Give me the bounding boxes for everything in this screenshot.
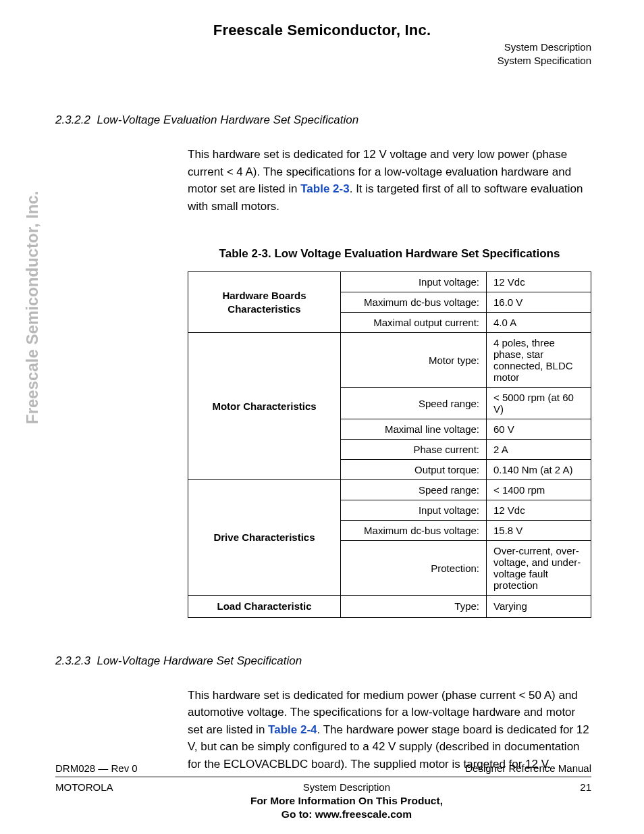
table-param: Speed range: xyxy=(341,388,487,419)
header-subsection: System Specification xyxy=(498,54,591,68)
table-value: 15.8 V xyxy=(487,521,591,541)
footer-more-line1: For More Information On This Product, xyxy=(113,794,581,807)
xref-table-2-3[interactable]: Table 2-3 xyxy=(300,182,349,195)
table-value: < 1400 rpm xyxy=(487,480,591,500)
table-value: 4 poles, three phase, star connected, BL… xyxy=(487,333,591,388)
page-header-right: System Description System Specification xyxy=(498,41,591,68)
table-value: Varying xyxy=(487,596,591,618)
table-value: 12 Vdc xyxy=(487,500,591,521)
side-watermark: Freescale Semiconductor, Inc. xyxy=(23,191,42,424)
footer-docrev: DRM028 — Rev 0 xyxy=(55,762,138,774)
table-param: Maximum dc-bus voltage: xyxy=(341,521,487,541)
table-value: 4.0 A xyxy=(487,313,591,333)
table-value: 12 Vdc xyxy=(487,272,591,292)
table-param: Maximum dc-bus voltage: xyxy=(341,292,487,313)
table-value: < 5000 rpm (at 60 V) xyxy=(487,388,591,419)
subsection-title: Low-Voltage Hardware Set Specification xyxy=(97,654,302,667)
table-2-3: Hardware Boards CharacteristicsInput vol… xyxy=(188,271,591,618)
table-value: 60 V xyxy=(487,419,591,440)
header-section: System Description xyxy=(498,41,591,54)
page-footer: DRM028 — Rev 0 Designer Reference Manual… xyxy=(55,762,591,820)
table-group-label: Drive Characteristics xyxy=(188,480,341,596)
footer-section: System Description xyxy=(113,781,581,793)
subsection-number: 2.3.2.2 xyxy=(55,113,90,126)
table-group-label: Load Characteristic xyxy=(188,596,341,618)
paragraph-s1: This hardware set is dedicated for 12 V … xyxy=(188,146,591,215)
footer-page-number: 21 xyxy=(580,781,591,793)
page-header-company: Freescale Semiconductor, Inc. xyxy=(0,22,644,39)
table-param: Motor type: xyxy=(341,333,487,388)
table-row: Motor CharacteristicsMotor type:4 poles,… xyxy=(188,333,591,388)
table-param: Maximal output current: xyxy=(341,313,487,333)
footer-more-line2: Go to: www.freescale.com xyxy=(113,808,581,820)
table-value: 0.140 Nm (at 2 A) xyxy=(487,460,591,480)
table-param: Protection: xyxy=(341,541,487,596)
table-row: Drive CharacteristicsSpeed range:< 1400 … xyxy=(188,480,591,500)
table-group-label: Hardware Boards Characteristics xyxy=(188,272,341,333)
table-value: Over-current, over-voltage, and under-vo… xyxy=(487,541,591,596)
table-param: Input voltage: xyxy=(341,500,487,521)
footer-manual: Designer Reference Manual xyxy=(465,762,591,774)
table-param: Type: xyxy=(341,596,487,618)
table-param: Speed range: xyxy=(341,480,487,500)
table-param: Output torque: xyxy=(341,460,487,480)
paragraph-s2: This hardware set is dedicated for mediu… xyxy=(188,687,591,773)
table-param: Input voltage: xyxy=(341,272,487,292)
subsection-title: Low-Voltage Evaluation Hardware Set Spec… xyxy=(97,113,358,126)
table-row: Hardware Boards CharacteristicsInput vol… xyxy=(188,272,591,292)
table-2-3-caption: Table 2-3. Low Voltage Evaluation Hardwa… xyxy=(188,247,591,261)
table-value: 16.0 V xyxy=(487,292,591,313)
table-value: 2 A xyxy=(487,440,591,460)
xref-table-2-4[interactable]: Table 2-4 xyxy=(268,723,317,736)
table-group-label: Motor Characteristics xyxy=(188,333,341,480)
table-param: Phase current: xyxy=(341,440,487,460)
subsection-heading-2323: 2.3.2.3 Low-Voltage Hardware Set Specifi… xyxy=(55,654,591,668)
footer-vendor: MOTOROLA xyxy=(55,781,113,793)
subsection-heading-2322: 2.3.2.2 Low-Voltage Evaluation Hardware … xyxy=(55,113,591,127)
table-param: Maximal line voltage: xyxy=(341,419,487,440)
table-row: Load CharacteristicType:Varying xyxy=(188,596,591,618)
subsection-number: 2.3.2.3 xyxy=(55,654,90,667)
